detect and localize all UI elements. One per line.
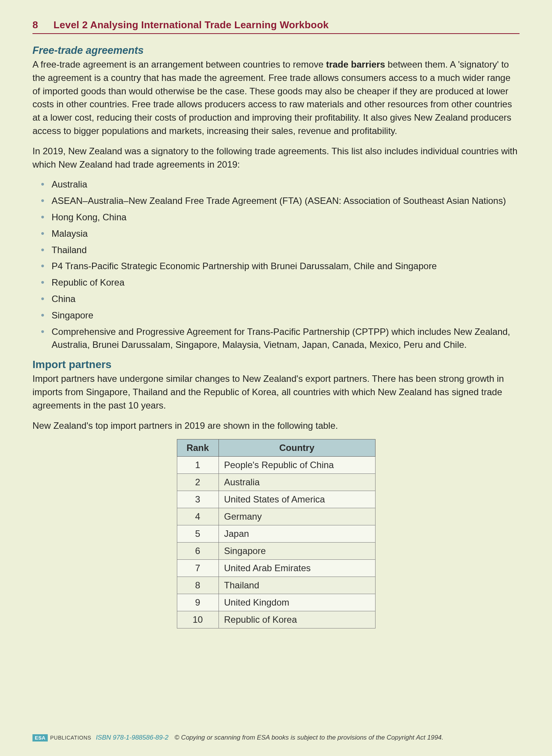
- import-partners-table: Rank Country 1People's Republic of China…: [177, 439, 376, 628]
- cell-rank: 10: [177, 611, 219, 628]
- cell-country: United Arab Emirates: [219, 560, 375, 577]
- table-row: 9United Kingdom: [177, 594, 375, 611]
- cell-country: Japan: [219, 525, 375, 543]
- esa-badge: ESA: [32, 734, 48, 741]
- para1-b: between them. A 'signatory' to the agree…: [32, 59, 512, 136]
- list-item: P4 Trans-Pacific Strategic Economic Part…: [41, 260, 520, 273]
- table-header-country: Country: [219, 439, 375, 457]
- cell-country: United States of America: [219, 491, 375, 508]
- table-row: 10Republic of Korea: [177, 611, 375, 628]
- list-item: Hong Kong, China: [41, 211, 520, 224]
- para-freetrade-intro: A free-trade agreement is an arrangement…: [32, 58, 520, 138]
- cell-rank: 8: [177, 577, 219, 594]
- publisher-label: PUBLICATIONS: [50, 735, 91, 741]
- table-header-rank: Rank: [177, 439, 219, 457]
- cell-rank: 2: [177, 474, 219, 491]
- cell-country: Germany: [219, 508, 375, 525]
- list-item: Malaysia: [41, 227, 520, 241]
- table-row: 3United States of America: [177, 491, 375, 508]
- cell-rank: 6: [177, 543, 219, 560]
- table-row: 4Germany: [177, 508, 375, 525]
- cell-rank: 1: [177, 457, 219, 474]
- cell-rank: 4: [177, 508, 219, 525]
- list-item: Republic of Korea: [41, 276, 520, 289]
- table-row: 2Australia: [177, 474, 375, 491]
- table-row: 8Thailand: [177, 577, 375, 594]
- list-item: Comprehensive and Progressive Agreement …: [41, 325, 520, 352]
- cell-country: Singapore: [219, 543, 375, 560]
- section-title-import-partners: Import partners: [32, 359, 520, 371]
- agreements-list: Australia ASEAN–Australia–New Zealand Fr…: [32, 178, 520, 352]
- list-item: Singapore: [41, 309, 520, 322]
- page-header: 8 Level 2 Analysing International Trade …: [32, 19, 520, 34]
- list-item: ASEAN–Australia–New Zealand Free Trade A…: [41, 194, 520, 208]
- cell-country: Republic of Korea: [219, 611, 375, 628]
- header-title: Level 2 Analysing International Trade Le…: [53, 19, 329, 31]
- table-row: 1People's Republic of China: [177, 457, 375, 474]
- copyright-text: © Copying or scanning from ESA books is …: [175, 734, 444, 741]
- cell-rank: 3: [177, 491, 219, 508]
- page-footer: ESA PUBLICATIONS ISBN 978-1-988586-89-2 …: [32, 734, 520, 741]
- para1-a: A free-trade agreement is an arrangement…: [32, 59, 326, 69]
- list-item: Australia: [41, 178, 520, 191]
- list-item: China: [41, 292, 520, 306]
- cell-country: Australia: [219, 474, 375, 491]
- cell-country: Thailand: [219, 577, 375, 594]
- section-title-free-trade: Free-trade agreements: [32, 45, 520, 57]
- list-item: Thailand: [41, 244, 520, 257]
- para-import-partners: Import partners have undergone similar c…: [32, 372, 520, 412]
- trade-barriers-bold: trade barriers: [326, 59, 385, 69]
- cell-rank: 7: [177, 560, 219, 577]
- isbn-text: ISBN 978-1-988586-89-2: [96, 734, 168, 741]
- para-signatory-intro: In 2019, New Zealand was a signatory to …: [32, 145, 520, 171]
- table-row: 5Japan: [177, 525, 375, 543]
- page-number: 8: [32, 19, 53, 31]
- table-row: 6Singapore: [177, 543, 375, 560]
- para-table-intro: New Zealand's top import partners in 201…: [32, 419, 520, 433]
- cell-rank: 5: [177, 525, 219, 543]
- table-row: 7United Arab Emirates: [177, 560, 375, 577]
- cell-country: People's Republic of China: [219, 457, 375, 474]
- cell-rank: 9: [177, 594, 219, 611]
- cell-country: United Kingdom: [219, 594, 375, 611]
